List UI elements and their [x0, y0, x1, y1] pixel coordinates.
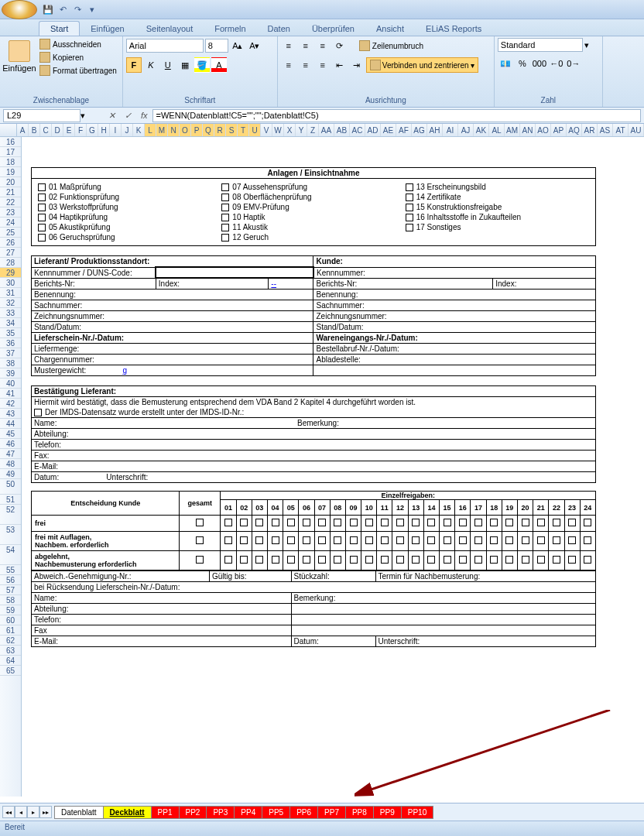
einzel-checkbox[interactable] [537, 536, 545, 544]
sheet-tab-pp10[interactable]: PP10 [401, 806, 433, 819]
einzel-checkbox[interactable] [522, 536, 529, 544]
tab-überprüfen[interactable]: Überprüfen [301, 22, 365, 36]
sheet-nav-button[interactable]: ◂ [15, 806, 27, 818]
einzel-checkbox[interactable] [303, 556, 310, 564]
font-size-select[interactable] [205, 39, 228, 53]
einzel-checkbox[interactable] [584, 519, 591, 526]
row-header[interactable]: 53 [0, 525, 21, 545]
col-header[interactable]: Y [296, 124, 307, 136]
row-header[interactable]: 61 [0, 625, 21, 636]
einzel-checkbox[interactable] [381, 556, 389, 564]
checkbox[interactable] [221, 194, 229, 201]
frei-gesamt-checkbox[interactable] [196, 519, 204, 526]
row-header[interactable]: 17 [0, 147, 21, 157]
sheet-nav-button[interactable]: ▸ [27, 806, 39, 818]
tab-formeln[interactable]: Formeln [204, 22, 256, 36]
align-center-icon[interactable]: ≡ [298, 57, 313, 73]
col-header[interactable]: A [17, 124, 29, 136]
einzel-checkbox[interactable] [474, 536, 482, 544]
einzel-checkbox[interactable] [396, 556, 404, 564]
col-header[interactable]: C [40, 124, 52, 136]
einzel-checkbox[interactable] [412, 536, 420, 544]
col-header[interactable]: E [63, 124, 75, 136]
border-button[interactable]: ▦ [177, 57, 193, 73]
sheet-tab-pp4[interactable]: PP4 [234, 806, 262, 819]
sheet-tab-deckblatt[interactable]: Deckblatt [103, 806, 152, 819]
checkbox[interactable] [38, 234, 46, 242]
einzel-checkbox[interactable] [427, 556, 435, 564]
sheet-tab-pp7[interactable]: PP7 [317, 806, 346, 819]
tab-daten[interactable]: Daten [257, 22, 301, 36]
einzel-checkbox[interactable] [522, 519, 529, 526]
row-header[interactable]: 47 [0, 449, 21, 459]
col-header[interactable]: W [272, 124, 284, 136]
sheet-tab-pp9[interactable]: PP9 [373, 806, 402, 819]
checkbox[interactable] [38, 224, 46, 231]
einzel-checkbox[interactable] [412, 556, 420, 564]
einzel-checkbox[interactable] [224, 556, 232, 564]
col-header[interactable]: AG [412, 124, 427, 136]
col-header[interactable]: N [168, 124, 180, 136]
einzel-checkbox[interactable] [272, 556, 279, 564]
row-header[interactable]: 38 [0, 358, 21, 368]
align-top-icon[interactable]: ≡ [281, 38, 296, 53]
row-header[interactable]: 57 [0, 585, 21, 595]
col-header[interactable]: AM [505, 124, 520, 136]
row-header[interactable]: 45 [0, 429, 21, 439]
align-right-icon[interactable]: ≡ [315, 57, 331, 73]
col-header[interactable]: AH [427, 124, 443, 136]
row-header[interactable]: 36 [0, 338, 21, 348]
einzel-checkbox[interactable] [240, 519, 248, 526]
einzel-checkbox[interactable] [505, 536, 513, 544]
undo-icon[interactable]: ↶ [57, 3, 69, 15]
einzel-checkbox[interactable] [224, 519, 232, 526]
col-header[interactable]: Z [307, 124, 319, 136]
row-header[interactable]: 52 [0, 505, 21, 525]
einzel-checkbox[interactable] [240, 536, 248, 544]
formula-input[interactable] [152, 109, 641, 122]
col-header[interactable]: M [156, 124, 168, 136]
col-header[interactable]: AT [613, 124, 629, 136]
row-header[interactable]: 31 [0, 288, 21, 298]
einzel-checkbox[interactable] [272, 519, 279, 526]
sheet-tab-pp8[interactable]: PP8 [345, 806, 374, 819]
sheet-tab-pp2[interactable]: PP2 [179, 806, 207, 819]
bold-button[interactable]: F [126, 57, 142, 73]
save-icon[interactable]: 💾 [42, 3, 54, 15]
checkbox[interactable] [38, 204, 46, 211]
tab-elias reports[interactable]: ELiAS Reports [415, 22, 492, 36]
sheet-tab-datenblatt[interactable]: Datenblatt [54, 806, 104, 819]
kennnummer-cell[interactable] [156, 267, 313, 278]
redo-icon[interactable]: ↷ [71, 3, 84, 15]
einzel-checkbox[interactable] [287, 556, 295, 564]
col-header[interactable]: D [52, 124, 63, 136]
row-header[interactable]: 59 [0, 605, 21, 615]
einzel-checkbox[interactable] [459, 536, 467, 544]
abgelehnt-gesamt-checkbox[interactable] [196, 556, 204, 564]
row-header[interactable]: 51 [0, 495, 21, 505]
col-header[interactable]: X [284, 124, 296, 136]
einzel-checkbox[interactable] [303, 536, 310, 544]
col-header[interactable]: AQ [567, 124, 582, 136]
einzel-checkbox[interactable] [272, 536, 279, 544]
einzel-checkbox[interactable] [350, 519, 358, 526]
einzel-checkbox[interactable] [459, 519, 467, 526]
einzel-checkbox[interactable] [365, 519, 373, 526]
cancel-icon[interactable]: ✕ [108, 111, 115, 121]
thousands-icon[interactable]: 000 [532, 56, 547, 71]
einzel-checkbox[interactable] [255, 556, 263, 564]
col-header[interactable]: AN [520, 124, 536, 136]
col-header[interactable]: AR [582, 124, 598, 136]
checkbox[interactable] [406, 224, 413, 231]
einzel-checkbox[interactable] [474, 519, 482, 526]
number-format-select[interactable] [498, 38, 583, 52]
format-painter-button[interactable]: Format übertragen [37, 64, 119, 77]
fill-color-button[interactable]: 🪣 [194, 57, 210, 73]
align-left-icon[interactable]: ≡ [281, 57, 296, 73]
row-header[interactable]: 34 [0, 318, 21, 328]
einzel-checkbox[interactable] [522, 556, 529, 564]
row-header[interactable]: 22 [0, 197, 21, 207]
einzel-checkbox[interactable] [396, 536, 404, 544]
tab-start[interactable]: Start [39, 21, 80, 36]
einzel-checkbox[interactable] [287, 519, 295, 526]
